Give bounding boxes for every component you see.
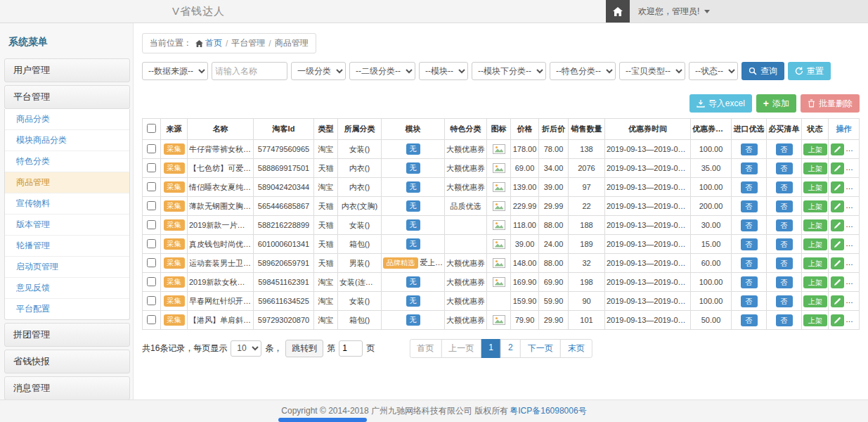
status-button[interactable]: 上架	[803, 200, 827, 212]
must-buy-toggle-button[interactable]: 否	[776, 295, 793, 307]
imported-toggle-button[interactable]: 否	[741, 238, 758, 250]
sidebar-item[interactable]: 宣传物料	[5, 193, 129, 215]
copyright-text: Copyright © 2014-2018 广州九驰网络科技有限公司 版权所有	[281, 405, 508, 417]
edit-button[interactable]	[831, 314, 844, 326]
data-source-select[interactable]: --数据来源--	[142, 62, 208, 80]
level1-category-select[interactable]: 一级分类	[291, 62, 346, 80]
name-search-input[interactable]	[212, 62, 287, 80]
status-button[interactable]: 上架	[803, 295, 827, 307]
must-buy-toggle-button[interactable]: 否	[776, 257, 793, 269]
user-menu[interactable]: 欢迎您，管理员!	[630, 0, 868, 23]
page-button[interactable]: 上一页	[441, 339, 481, 358]
must-buy-toggle-button[interactable]: 否	[776, 276, 793, 288]
sidebar-group[interactable]: 消息管理	[4, 376, 130, 399]
page-size-select[interactable]: 10	[231, 340, 261, 357]
row-checkbox[interactable]	[147, 296, 156, 305]
sidebar-item[interactable]: 版本管理	[5, 215, 129, 236]
sidebar-group[interactable]: 拼团管理	[4, 323, 130, 347]
sidebar-item[interactable]: 模块商品分类	[5, 130, 129, 151]
sales-cell: 138	[569, 140, 605, 159]
edit-button[interactable]	[831, 295, 844, 307]
page-button[interactable]: 下一页	[520, 339, 561, 358]
edit-button[interactable]	[831, 238, 844, 250]
row-checkbox[interactable]	[147, 258, 156, 267]
must-buy-toggle-button[interactable]: 否	[776, 219, 793, 231]
must-buy-toggle-button[interactable]: 否	[776, 238, 793, 250]
breadcrumb-home-link[interactable]: 首页	[195, 37, 222, 49]
must-buy-toggle-button[interactable]: 否	[776, 181, 793, 193]
row-checkbox[interactable]	[147, 277, 156, 286]
sidebar-group[interactable]: 平台管理	[4, 85, 130, 109]
row-checkbox[interactable]	[147, 220, 156, 229]
jump-page-input[interactable]	[339, 340, 363, 357]
must-buy-toggle-button[interactable]: 否	[776, 200, 793, 212]
edit-button[interactable]	[831, 200, 844, 212]
imported-toggle-button[interactable]: 否	[741, 162, 758, 174]
sidebar-item[interactable]: 特色分类	[5, 151, 129, 172]
sidebar-item[interactable]: 意见反馈	[5, 278, 129, 299]
must-buy-toggle-button[interactable]: 否	[776, 314, 793, 326]
edit-button[interactable]	[831, 257, 844, 269]
status-button[interactable]: 上架	[803, 162, 827, 174]
imported-toggle-button[interactable]: 否	[741, 276, 758, 288]
sidebar-item[interactable]: 平台配置	[5, 299, 129, 319]
imported-toggle-button[interactable]: 否	[741, 143, 758, 155]
horizontal-scrollbar-thumb[interactable]	[278, 418, 367, 422]
status-button[interactable]: 上架	[803, 257, 827, 269]
featured-category-cell	[445, 216, 487, 235]
edit-button[interactable]	[831, 219, 844, 231]
batch-delete-button[interactable]: 批量删除	[801, 94, 860, 113]
imported-toggle-button[interactable]: 否	[741, 295, 758, 307]
search-button[interactable]: 查询	[741, 62, 784, 80]
jump-button[interactable]: 跳转到	[285, 340, 323, 357]
row-select-cell	[143, 159, 161, 178]
item-type-select[interactable]: --宝贝类型--	[619, 62, 685, 80]
add-button[interactable]: + 添加	[756, 94, 796, 113]
sidebar-item[interactable]: 商品管理	[5, 172, 129, 193]
page-button[interactable]: 1	[481, 339, 501, 358]
sidebar-item[interactable]: 商品分类	[5, 109, 129, 130]
module-badge: 无	[406, 314, 420, 326]
imported-toggle-button[interactable]: 否	[741, 181, 758, 193]
imported-toggle-button[interactable]: 否	[741, 314, 758, 326]
sidebar-item[interactable]: 启动页管理	[5, 257, 129, 278]
imported-toggle-button[interactable]: 否	[741, 257, 758, 269]
imported-toggle-button[interactable]: 否	[741, 200, 758, 212]
status-select[interactable]: --状态--	[689, 62, 738, 80]
import-excel-button[interactable]: 导入excel	[689, 94, 752, 113]
status-button[interactable]: 上架	[803, 219, 827, 231]
reset-button[interactable]: 重置	[788, 62, 831, 80]
must-buy-toggle-button[interactable]: 否	[776, 162, 793, 174]
must-buy-toggle-button[interactable]: 否	[776, 143, 793, 155]
row-checkbox[interactable]	[147, 239, 156, 248]
status-button[interactable]: 上架	[803, 276, 827, 288]
module-subcategory-select[interactable]: --模块下分类--	[472, 62, 546, 80]
page-button[interactable]: 2	[500, 339, 521, 358]
row-checkbox[interactable]	[147, 144, 156, 153]
row-checkbox[interactable]	[147, 182, 156, 191]
status-button[interactable]: 上架	[803, 314, 827, 326]
edit-button[interactable]	[831, 143, 844, 155]
page-button[interactable]: 首页	[409, 339, 441, 358]
edit-button[interactable]	[831, 181, 844, 193]
row-checkbox[interactable]	[147, 315, 156, 324]
featured-category-select[interactable]: --特色分类--	[550, 62, 616, 80]
module-select[interactable]: --模块--	[419, 62, 468, 80]
row-checkbox[interactable]	[147, 163, 156, 172]
select-all-checkbox[interactable]	[147, 124, 156, 133]
page-button[interactable]: 末页	[560, 339, 592, 358]
edit-button[interactable]	[831, 162, 844, 174]
status-button[interactable]: 上架	[803, 181, 827, 193]
sidebar-item[interactable]: 轮播管理	[5, 236, 129, 257]
sidebar-group[interactable]: 用户管理	[4, 58, 130, 82]
imported-toggle-button[interactable]: 否	[741, 219, 758, 231]
level2-category-select[interactable]: --二级分类--	[349, 62, 415, 80]
edit-button[interactable]	[831, 276, 844, 288]
sidebar-group[interactable]: 省钱快报	[4, 350, 130, 373]
home-button[interactable]	[606, 0, 630, 23]
filter-bar: --数据来源--一级分类--二级分类----模块----模块下分类----特色分…	[142, 62, 860, 80]
status-button[interactable]: 上架	[803, 238, 827, 250]
status-button[interactable]: 上架	[803, 143, 827, 155]
row-checkbox[interactable]	[147, 201, 156, 210]
icp-link[interactable]: 粤ICP备16098006号	[510, 405, 586, 417]
